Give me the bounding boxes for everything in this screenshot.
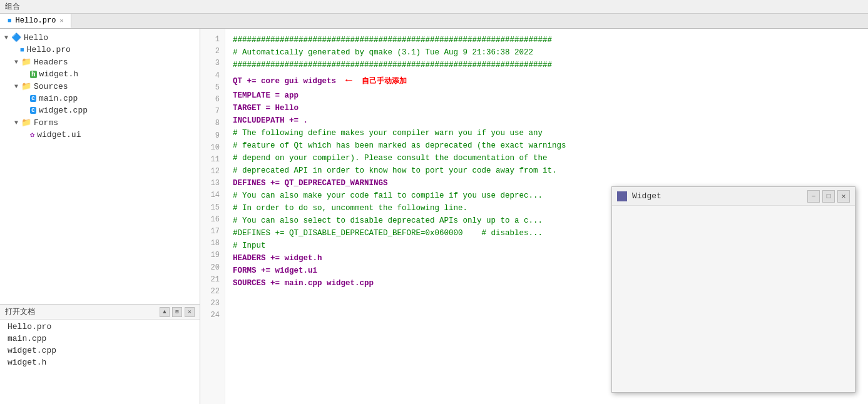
line-num-2: 2 [205, 46, 220, 58]
tab-pro-icon: ■ [8, 17, 12, 24]
pro-icon-hello-pro: ■ [20, 46, 24, 54]
line-num-13: 13 [205, 178, 220, 189]
cpp-icon-widget-cpp: c [30, 107, 36, 114]
folder-icon-sources: 📁 [21, 81, 31, 91]
open-docs-controls: ▲ ⊞ ✕ [160, 307, 195, 317]
code-line-9: # The following define makes your compil… [233, 127, 860, 139]
arrow-line-4: ← [345, 74, 352, 86]
line-num-9: 9 [205, 130, 220, 142]
line-num-7: 7 [205, 106, 220, 118]
widget-close-btn[interactable]: ✕ [837, 190, 850, 203]
tree-label-hello-pro: Hello.pro [27, 45, 71, 54]
tab-label: Hello.pro [16, 16, 56, 25]
top-bar-title: 组合 [5, 1, 20, 12]
widget-win-controls: − □ ✕ [807, 190, 850, 203]
widget-maximize-btn[interactable]: □ [822, 190, 835, 203]
tree-label-widget-cpp: widget.cpp [39, 106, 88, 115]
tree-arrow-hello-root: ▼ [3, 34, 10, 41]
open-doc-item-0[interactable]: Hello.pro [0, 321, 200, 333]
tree-arrow-headers: ▼ [13, 59, 20, 66]
line-num-1: 1 [205, 34, 220, 46]
cpp-icon-main-cpp: c [30, 95, 36, 102]
code-line-4: QT += core gui widgets ← 自己手动添加 [233, 71, 860, 89]
code-editor[interactable]: 123456789101112131415161718192021222324 … [200, 29, 868, 404]
tree-item-widget-cpp[interactable]: cwidget.cpp [0, 104, 200, 116]
tree-item-widget-h[interactable]: hwidget.h [0, 68, 200, 80]
tree-label-forms: Forms [34, 118, 58, 128]
tab-hello-pro[interactable]: ■ Hello.pro ✕ [0, 14, 71, 28]
line-num-14: 14 [205, 189, 220, 201]
widget-app-icon [617, 191, 627, 201]
tree-label-sources: Sources [34, 82, 68, 91]
tree-label-widget-h: widget.h [39, 69, 78, 79]
open-docs-up-btn[interactable]: ▲ [160, 307, 170, 317]
code-line-12: # deprecated API in order to know how to… [233, 164, 860, 177]
tree-item-forms[interactable]: ▼📁Forms [0, 116, 200, 129]
top-bar: 组合 [0, 0, 868, 14]
open-doc-item-1[interactable]: main.cpp [0, 333, 200, 345]
line-num-3: 3 [205, 58, 220, 69]
tree-item-main-cpp[interactable]: cmain.cpp [0, 93, 200, 104]
line-num-16: 16 [205, 214, 220, 226]
line-num-22: 22 [205, 286, 220, 298]
open-docs-label: 打开文档 [5, 306, 35, 317]
folder-icon-forms: 📁 [21, 118, 31, 128]
widget-body [612, 206, 855, 392]
ui-icon-widget-ui: ✿ [30, 130, 34, 139]
tree-label-main-cpp: main.cpp [39, 94, 78, 103]
sidebar: ▼🔷Hello■Hello.pro▼📁Headershwidget.h▼📁Sou… [0, 29, 200, 404]
code-line-11: # depend on your compiler). Please consu… [233, 152, 860, 164]
line-num-8: 8 [205, 118, 220, 129]
widget-titlebar: Widget − □ ✕ [612, 187, 855, 206]
h-icon-widget-h: h [30, 71, 37, 78]
line-num-11: 11 [205, 154, 220, 166]
line-num-23: 23 [205, 298, 220, 310]
file-tree: ▼🔷Hello■Hello.pro▼📁Headershwidget.h▼📁Sou… [0, 29, 200, 304]
open-docs-panel: 打开文档 ▲ ⊞ ✕ Hello.promain.cppwidget.cppwi… [0, 304, 200, 404]
code-line-1: ########################################… [233, 34, 860, 46]
tree-item-hello-root[interactable]: ▼🔷Hello [0, 31, 200, 44]
line-num-10: 10 [205, 142, 220, 154]
line-num-21: 21 [205, 274, 220, 286]
widget-window[interactable]: Widget − □ ✕ [611, 186, 855, 393]
tree-item-widget-ui[interactable]: ✿widget.ui [0, 129, 200, 141]
open-docs-close-btn[interactable]: ✕ [185, 307, 195, 317]
widget-title: Widget [632, 191, 807, 201]
open-docs-header: 打开文档 ▲ ⊞ ✕ [0, 305, 200, 320]
code-line-2: # Automatically generated by qmake (3.1)… [233, 46, 860, 59]
tree-label-widget-ui: widget.ui [37, 130, 81, 139]
code-line-7: INCLUDEPATH += . [233, 114, 860, 127]
tree-item-headers[interactable]: ▼📁Headers [0, 56, 200, 68]
tree-label-hello-root: Hello [24, 33, 48, 43]
open-docs-layout-btn[interactable]: ⊞ [172, 307, 182, 317]
tree-item-hello-pro[interactable]: ■Hello.pro [0, 44, 200, 56]
tree-arrow-sources: ▼ [13, 83, 20, 90]
main-area: ▼🔷Hello■Hello.pro▼📁Headershwidget.h▼📁Sou… [0, 29, 868, 404]
open-doc-item-3[interactable]: widget.h [0, 356, 200, 368]
tree-label-headers: Headers [34, 58, 68, 67]
folder-icon-headers: 📁 [21, 57, 31, 67]
line-num-12: 12 [205, 166, 220, 178]
tree-arrow-forms: ▼ [13, 119, 20, 126]
code-line-3: ########################################… [233, 59, 860, 71]
open-doc-item-2[interactable]: widget.cpp [0, 345, 200, 356]
annotation-line-4: 自己手动添加 [362, 76, 407, 85]
code-line-10: # feature of Qt which has been marked as… [233, 139, 860, 152]
line-num-20: 20 [205, 262, 220, 274]
line-num-19: 19 [205, 250, 220, 261]
line-numbers: 123456789101112131415161718192021222324 [200, 29, 225, 404]
line-num-24: 24 [205, 310, 220, 321]
code-line-6: TARGET = Hello [233, 102, 860, 114]
line-num-15: 15 [205, 202, 220, 214]
line-num-6: 6 [205, 94, 220, 106]
code-line-5: TEMPLATE = app [233, 89, 860, 102]
line-num-18: 18 [205, 238, 220, 250]
widget-minimize-btn[interactable]: − [807, 190, 820, 203]
tree-item-sources[interactable]: ▼📁Sources [0, 80, 200, 93]
line-num-5: 5 [205, 82, 220, 94]
tab-close-icon[interactable]: ✕ [59, 17, 63, 24]
tab-bar: ■ Hello.pro ✕ [0, 14, 868, 29]
project-icon-hello-root: 🔷 [11, 33, 21, 43]
line-num-17: 17 [205, 226, 220, 238]
open-docs-list: Hello.promain.cppwidget.cppwidget.h [0, 320, 200, 404]
